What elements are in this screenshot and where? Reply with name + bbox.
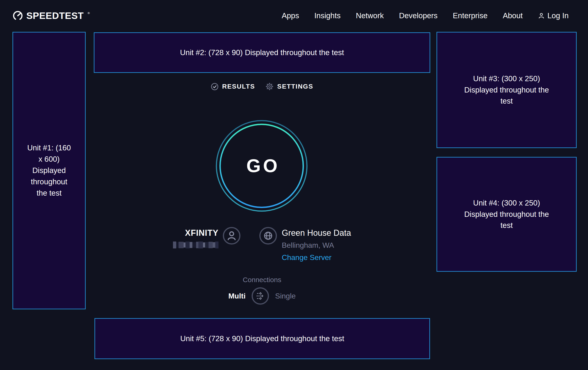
nav-item-about[interactable]: About — [503, 11, 523, 20]
ad-unit-5-label: Unit #5: (728 x 90) Displayed throughout… — [180, 333, 344, 344]
change-server-link[interactable]: Change Server — [282, 253, 331, 262]
results-label: RESULTS — [222, 83, 255, 90]
host-info-row: XFINITY Green House Data Bell — [94, 227, 430, 262]
ad-unit-4[interactable]: Unit #4: (300 x 250) Displayed throughou… — [437, 157, 577, 272]
nav-item-enterprise[interactable]: Enterprise — [453, 11, 488, 20]
nav-item-network[interactable]: Network — [356, 11, 384, 20]
tab-results[interactable]: RESULTS — [211, 83, 255, 90]
ad-unit-3[interactable]: Unit #3: (300 x 250) Displayed throughou… — [437, 32, 577, 148]
settings-label: SETTINGS — [277, 83, 313, 90]
login-label: Log In — [547, 11, 569, 20]
server-section: Green House Data Bellingham, WA Change S… — [259, 227, 351, 262]
server-name: Green House Data — [282, 228, 351, 238]
tab-settings[interactable]: SETTINGS — [266, 83, 313, 90]
nav-menu: Apps Insights Network Developers Enterpr… — [282, 11, 569, 20]
globe-icon — [259, 227, 277, 245]
check-circle-icon — [211, 83, 219, 90]
connections-mode-single[interactable]: Single — [275, 292, 296, 300]
ad-unit-2-label: Unit #2: (728 x 90) Displayed throughout… — [180, 47, 344, 58]
tabs-row: RESULTS — [94, 83, 430, 90]
logo-text: SPEEDTEST — [26, 11, 84, 20]
page: { "nav": { "logo_text": "SPEEDTEST", "lo… — [0, 0, 588, 370]
ad-unit-1-label: Unit #1: (160 x 600) Displayed throughou… — [27, 142, 72, 199]
gear-icon — [266, 83, 273, 90]
isp-section: XFINITY — [173, 227, 241, 249]
ad-unit-3-label: Unit #3: (300 x 250) Displayed throughou… — [458, 73, 556, 107]
logo-trademark: ® — [87, 11, 90, 15]
nav-item-insights[interactable]: Insights — [314, 11, 341, 20]
ad-unit-1[interactable]: Unit #1: (160 x 600) Displayed throughou… — [12, 32, 86, 309]
isp-text-block: XFINITY — [173, 228, 219, 249]
nav-item-developers[interactable]: Developers — [399, 11, 438, 20]
go-button[interactable]: GO — [215, 120, 308, 212]
login-person-icon — [538, 12, 545, 19]
speedtest-logo[interactable]: SPEEDTEST ® — [13, 11, 90, 21]
connections-toggle-icon[interactable] — [252, 287, 269, 305]
isp-person-icon — [223, 227, 241, 245]
connections-label: Connections — [94, 276, 430, 284]
connections-row: Multi Single — [94, 287, 430, 305]
navbar: SPEEDTEST ® Apps Insights Network Develo… — [0, 0, 588, 31]
ad-unit-4-label: Unit #4: (300 x 250) Displayed throughou… — [458, 198, 556, 231]
server-text-block: Green House Data Bellingham, WA Change S… — [282, 228, 351, 262]
go-label: GO — [215, 120, 308, 212]
masked-isp-details — [173, 241, 219, 249]
ad-unit-2[interactable]: Unit #2: (728 x 90) Displayed throughout… — [94, 32, 430, 73]
nav-item-apps[interactable]: Apps — [282, 11, 299, 20]
ad-unit-5[interactable]: Unit #5: (728 x 90) Displayed throughout… — [94, 318, 430, 359]
gauge-icon — [13, 11, 23, 21]
login-button[interactable]: Log In — [538, 11, 569, 20]
server-location: Bellingham, WA — [282, 241, 334, 250]
connections-mode-multi[interactable]: Multi — [228, 292, 246, 300]
isp-name: XFINITY — [185, 228, 219, 238]
